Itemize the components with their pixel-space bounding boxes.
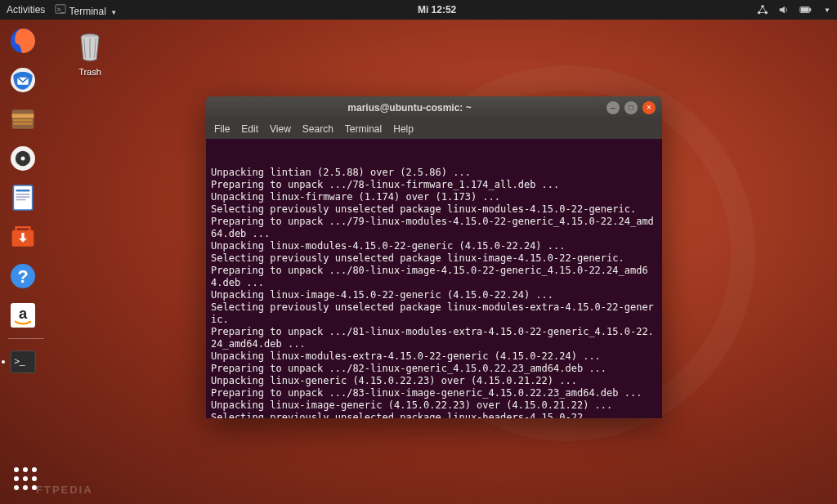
terminal-line: Unpacking lintian (2.5.88) over (2.5.86)… bbox=[211, 167, 657, 179]
terminal-line: Selecting previously unselected package … bbox=[211, 252, 657, 265]
software-icon bbox=[7, 221, 39, 253]
svg-rect-7 bbox=[801, 7, 809, 11]
terminal-icon: >_ bbox=[7, 346, 39, 378]
help-icon: ? bbox=[7, 260, 39, 292]
dock-separator bbox=[8, 338, 44, 339]
terminal-output[interactable]: Unpacking lintian (2.5.88) over (2.5.86)… bbox=[206, 139, 662, 418]
dock-launcher: ? a >_ bbox=[5, 23, 47, 380]
svg-rect-15 bbox=[13, 123, 32, 125]
amazon-icon: a bbox=[7, 299, 39, 332]
terminal-line: Selecting previously unselected package … bbox=[211, 203, 657, 216]
dock-help[interactable]: ? bbox=[5, 258, 41, 294]
writer-icon bbox=[7, 181, 39, 214]
thunderbird-icon bbox=[7, 64, 39, 96]
terminal-window: marius@ubuntu-cosmic: ~ – □ × File Edit … bbox=[206, 96, 662, 418]
dock-writer[interactable] bbox=[5, 180, 41, 216]
svg-rect-21 bbox=[16, 194, 30, 195]
terminal-line: Unpacking linux-modules-extra-4.15.0-22-… bbox=[211, 350, 657, 363]
network-icon[interactable] bbox=[757, 4, 768, 16]
svg-text:a: a bbox=[19, 305, 28, 322]
battery-icon[interactable] bbox=[799, 4, 812, 16]
terminal-line: Unpacking linux-modules-4.15.0-22-generi… bbox=[211, 240, 657, 252]
terminal-line: Preparing to unpack .../79-linux-modules… bbox=[211, 216, 657, 240]
dock-terminal[interactable]: >_ bbox=[5, 344, 41, 380]
trash-icon bbox=[72, 29, 108, 65]
svg-rect-23 bbox=[16, 199, 26, 201]
svg-text:>_: >_ bbox=[14, 355, 25, 366]
trash-label: Trash bbox=[65, 67, 114, 77]
svg-rect-14 bbox=[13, 119, 32, 122]
dock-files[interactable] bbox=[5, 101, 41, 137]
svg-text:?: ? bbox=[17, 266, 28, 287]
terminal-line: Unpacking linux-image-4.15.0-22-generic … bbox=[211, 289, 657, 301]
window-titlebar[interactable]: marius@ubuntu-cosmic: ~ – □ × bbox=[206, 96, 662, 119]
volume-icon[interactable] bbox=[778, 4, 790, 16]
window-title: marius@ubuntu-cosmic: ~ bbox=[213, 102, 606, 114]
window-close-button[interactable]: × bbox=[642, 101, 656, 114]
rhythmbox-icon bbox=[7, 142, 39, 175]
terminal-line: Selecting previously unselected package … bbox=[211, 301, 657, 326]
menu-terminal[interactable]: Terminal bbox=[345, 123, 382, 135]
dock-thunderbird[interactable] bbox=[5, 62, 41, 98]
menu-file[interactable]: File bbox=[214, 123, 230, 135]
menu-edit[interactable]: Edit bbox=[241, 123, 258, 135]
terminal-line: Preparing to unpack .../80-linux-image-4… bbox=[211, 265, 657, 289]
terminal-line: Preparing to unpack .../81-linux-modules… bbox=[211, 326, 657, 350]
dock-software[interactable] bbox=[5, 219, 41, 255]
chevron-down-icon: ▼ bbox=[110, 9, 117, 16]
menu-help[interactable]: Help bbox=[393, 123, 414, 135]
desktop-trash[interactable]: Trash bbox=[65, 29, 114, 77]
app-menu-label: Terminal bbox=[69, 6, 105, 17]
activities-button[interactable]: Activities bbox=[7, 4, 45, 16]
svg-text:>_: >_ bbox=[57, 5, 65, 12]
terminal-indicator-icon: >_ bbox=[55, 3, 66, 15]
dock-amazon[interactable]: a bbox=[5, 297, 41, 333]
system-menu-chevron-icon[interactable]: ▼ bbox=[824, 7, 830, 14]
terminal-menubar: File Edit View Search Terminal Help bbox=[206, 119, 662, 139]
panel-clock[interactable]: Mi 12:52 bbox=[117, 4, 757, 16]
dock-firefox[interactable] bbox=[5, 23, 41, 59]
terminal-line: Unpacking linux-firmware (1.174) over (1… bbox=[211, 191, 657, 203]
svg-point-18 bbox=[21, 157, 25, 161]
window-maximize-button[interactable]: □ bbox=[624, 101, 638, 114]
terminal-line: Preparing to unpack .../83-linux-image-g… bbox=[211, 387, 657, 399]
terminal-line: Unpacking linux-image-generic (4.15.0.22… bbox=[211, 399, 657, 412]
firefox-icon bbox=[7, 25, 39, 57]
menu-search[interactable]: Search bbox=[302, 123, 333, 135]
svg-rect-13 bbox=[12, 114, 34, 118]
terminal-line: Unpacking linux-generic (4.15.0.22.23) o… bbox=[211, 375, 657, 387]
files-icon bbox=[7, 103, 39, 136]
menu-view[interactable]: View bbox=[270, 123, 291, 135]
top-panel: Activities >_ Terminal ▼ Mi 12:52 ▼ bbox=[0, 0, 837, 20]
terminal-line: Selecting previously unselected package … bbox=[211, 412, 657, 418]
app-menu[interactable]: >_ Terminal ▼ bbox=[55, 3, 117, 17]
window-minimize-button[interactable]: – bbox=[606, 101, 620, 114]
svg-rect-22 bbox=[16, 196, 30, 198]
terminal-line: Preparing to unpack .../82-linux-generic… bbox=[211, 363, 657, 375]
svg-rect-20 bbox=[16, 190, 30, 192]
svg-rect-6 bbox=[810, 8, 812, 11]
terminal-line: Preparing to unpack .../78-linux-firmwar… bbox=[211, 179, 657, 191]
watermark-text: FTPEDIA bbox=[36, 484, 93, 496]
dock-rhythmbox[interactable] bbox=[5, 140, 41, 176]
